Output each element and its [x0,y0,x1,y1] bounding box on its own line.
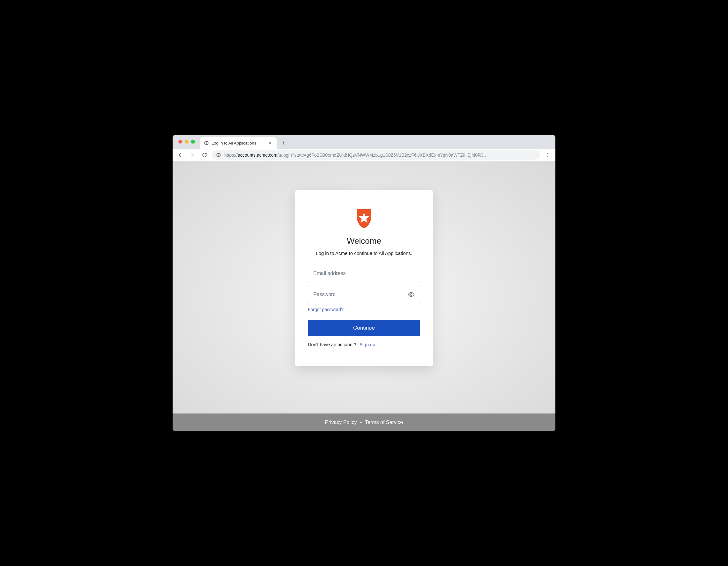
continue-button[interactable]: Continue [308,320,420,336]
email-input[interactable] [313,271,415,276]
browser-toolbar: https://accounts.acme.com/u/login?state=… [173,149,555,161]
svg-point-2 [547,153,548,154]
window-controls [175,135,198,149]
svg-point-4 [547,156,548,157]
page-content: Welcome Log in to Acme to continue to Al… [173,161,555,431]
window-minimize-button[interactable] [185,140,189,144]
password-input[interactable] [313,292,408,297]
signup-link[interactable]: Sign up [360,342,375,347]
reload-button[interactable] [200,151,209,160]
svg-point-3 [547,154,548,155]
browser-tab[interactable]: Log in to All Applications [200,137,277,149]
tab-close-button[interactable] [268,140,273,145]
welcome-subtitle: Log in to Acme to continue to All Applic… [308,250,420,256]
window-maximize-button[interactable] [191,140,195,144]
signup-row: Don't have an account? Sign up [308,342,420,347]
page-footer: Privacy Policy • Terms of Service [173,413,555,431]
tab-bar: Log in to All Applications [173,135,555,149]
signup-prompt: Don't have an account? [308,342,356,347]
site-info-icon[interactable] [216,153,221,158]
email-field-wrapper[interactable] [308,265,420,282]
privacy-policy-link[interactable]: Privacy Policy [325,420,357,425]
address-bar[interactable]: https://accounts.acme.com/u/login?state=… [212,150,540,160]
shield-star-logo-icon [355,209,373,228]
page-body: Welcome Log in to Acme to continue to Al… [173,161,555,413]
terms-of-service-link[interactable]: Terms of Service [365,420,403,425]
url-text: https://accounts.acme.com/u/login?state=… [224,153,536,158]
forgot-password-row: Forgot password? [308,307,420,312]
password-field-wrapper[interactable] [308,286,420,303]
svg-point-5 [410,294,412,295]
forgot-password-link[interactable]: Forgot password? [308,307,344,312]
back-button[interactable] [176,151,185,160]
welcome-title: Welcome [308,236,420,246]
globe-icon [204,140,209,145]
window-close-button[interactable] [178,140,182,144]
show-password-icon[interactable] [408,291,415,298]
tab-title: Log in to All Applications [212,141,265,145]
new-tab-button[interactable] [279,138,288,147]
login-card: Welcome Log in to Acme to continue to Al… [295,190,433,366]
forward-button[interactable] [188,151,197,160]
browser-menu-button[interactable] [543,151,552,160]
footer-separator: • [360,420,362,425]
browser-window: Log in to All Applications [173,135,555,431]
